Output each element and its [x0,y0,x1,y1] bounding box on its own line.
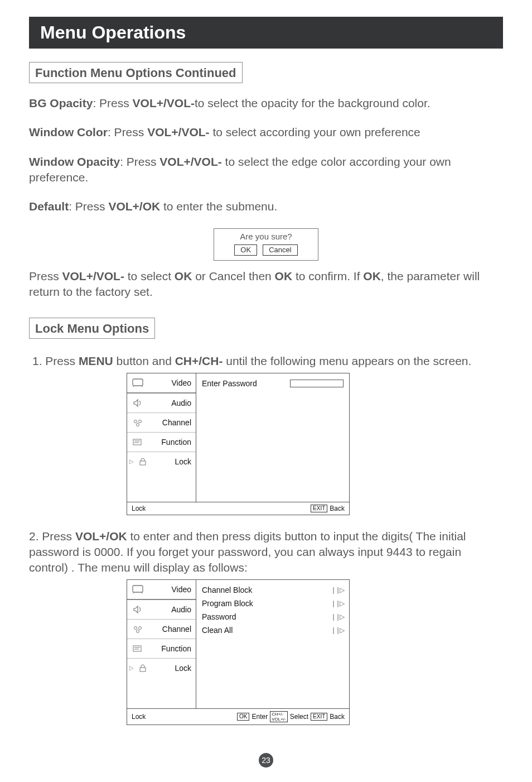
exit-key: EXIT [311,713,327,721]
svg-point-2 [139,420,142,423]
svg-rect-10 [133,646,141,651]
tab-channel[interactable]: Channel [127,413,196,433]
back-label: Back [330,505,345,512]
function-icon [132,437,144,447]
osd-footer-title: Lock [132,505,146,512]
item-label: Channel Block [202,586,252,594]
confirm-question: Are you sure? [214,229,318,244]
svg-point-9 [137,630,139,632]
osd-footer-title: Lock [132,713,146,721]
tab-label: Function [148,644,191,653]
tab-label: Channel [148,625,191,634]
list-item[interactable]: Channel Block ❘❘▷ [202,583,344,597]
chevron-right-icon: ❘❘▷ [331,599,344,607]
svg-rect-4 [133,439,141,445]
enter-password-row: Enter Password [202,377,344,390]
tab-label: Audio [148,605,191,614]
osd-lock-menu: Video Audio Channel [127,579,350,725]
svg-point-8 [139,626,142,629]
confirm-dialog: Are you sure? OK Cancel [214,228,318,261]
list-item[interactable]: Clean All ❘❘▷ [202,623,344,637]
tab-lock[interactable]: Lock [127,452,196,471]
lock-icon [137,457,149,467]
para-confirm: Press VOL+/VOL- to select OK or Cancel t… [29,268,503,300]
item-label: Password [202,612,236,621]
cancel-button[interactable]: Cancel [263,244,297,256]
chvol-key: CH+/- VOL+/- [270,711,288,722]
password-input[interactable] [290,380,344,387]
svg-rect-0 [133,379,143,386]
item-label: Program Block [202,599,253,608]
page-title: Menu Operations [29,17,503,49]
section-heading-function: Function Menu Options Continued [29,62,243,83]
enter-password-label: Enter Password [202,379,257,388]
tab-label: Channel [148,418,191,427]
enter-label: Enter [252,713,268,721]
svg-point-7 [134,626,137,629]
tab-function[interactable]: Function [127,639,196,659]
tab-function[interactable]: Function [127,433,196,452]
list-item[interactable]: Program Block ❘❘▷ [202,597,344,610]
tab-label: Lock [153,664,191,673]
lock-icon [137,663,149,673]
channel-icon [132,418,144,428]
svg-rect-5 [140,461,146,465]
ok-key: OK [237,713,249,721]
function-icon [132,644,144,654]
list-item[interactable]: Password ❘❘▷ [202,610,344,623]
para-bg-opacity: BG Opacity: Press VOL+/VOL-to select the… [29,95,503,111]
item-label: Clean All [202,626,233,635]
page-number: 23 [259,753,273,767]
tab-channel[interactable]: Channel [127,620,196,639]
chevron-right-icon: ❘❘▷ [331,613,344,621]
para-step2: 2. Press VOL+/OK to enter and then press… [29,529,503,576]
tab-video[interactable]: Video [127,580,196,600]
section-heading-lock: Lock Menu Options [29,318,155,339]
exit-key: EXIT [311,505,327,512]
svg-rect-11 [140,668,146,671]
video-icon [132,378,144,388]
tab-lock[interactable]: Lock [127,659,196,678]
tab-audio[interactable]: Audio [127,394,196,413]
para-default: Default: Press VOL+/OK to enter the subm… [29,199,503,214]
tab-label: Function [148,438,191,447]
tab-label: Lock [153,457,191,466]
chevron-right-icon: ❘❘▷ [331,586,344,594]
chevron-right-icon: ❘❘▷ [331,626,344,634]
channel-icon [132,624,144,634]
tab-audio[interactable]: Audio [127,600,196,620]
audio-icon [132,398,144,408]
osd-lock-enter-password: Video Audio Channel [127,373,350,515]
video-icon [132,584,144,594]
audio-icon [132,605,144,615]
select-label: Select [290,713,308,721]
svg-point-1 [134,420,137,423]
tab-video[interactable]: Video [127,373,196,394]
para-step1: 1. Press MENU button and CH+/CH- until t… [29,353,503,369]
para-window-opacity: Window Opacity: Press VOL+/VOL- to selec… [29,154,503,186]
ok-button[interactable]: OK [234,244,257,256]
tab-label: Video [148,585,191,594]
para-window-color: Window Color: Press VOL+/VOL- to select … [29,124,503,140]
tab-label: Audio [148,399,191,407]
back-label: Back [330,713,345,721]
svg-point-3 [137,423,139,426]
svg-rect-6 [133,586,143,592]
tab-label: Video [148,378,191,387]
